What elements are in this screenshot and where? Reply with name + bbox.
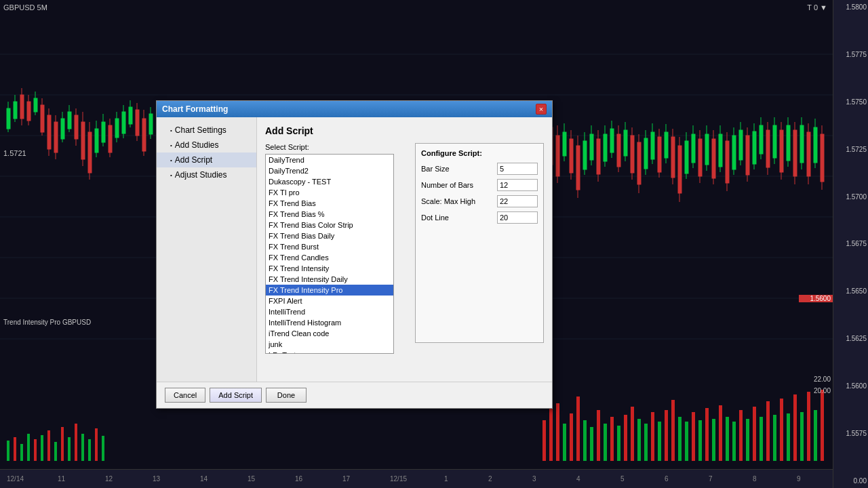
script-item-fxtrendbiasday[interactable]: FX Trend Bias Daily — [266, 230, 393, 241]
add-script-button[interactable]: Add Script — [210, 388, 262, 403]
script-item-junk[interactable]: junk — [266, 339, 393, 350]
script-item-fxti[interactable]: FX TI pro — [266, 187, 393, 198]
config-row-dotline: Dot Line — [421, 211, 538, 224]
configure-group: Configure Script: Bar Size Number of Bar… — [415, 143, 544, 343]
close-icon: × — [539, 105, 543, 113]
dialog-titlebar: Chart Formatting × — [157, 101, 552, 117]
nav-item-add-studies[interactable]: Add Studies — [157, 138, 256, 152]
config-label-barsize: Bar Size — [421, 165, 494, 173]
script-item-lrtest[interactable]: LR_Test — [266, 350, 393, 353]
script-list-container: DailyTrend DailyTrend2 Dukascopy - TEST … — [265, 154, 394, 354]
current-price-badge: 1.5600 — [799, 295, 833, 302]
nav-item-chart-settings-label: Chart Settings — [175, 125, 226, 135]
dialog-body: Chart Settings Add Studies Add Script Ad… — [157, 117, 552, 382]
cancel-button[interactable]: Cancel — [165, 388, 205, 403]
configure-title: Configure Script: — [421, 149, 538, 157]
config-input-numbars[interactable] — [497, 179, 538, 191]
configure-panel: Configure Script: Bar Size Number of Bar… — [415, 143, 544, 354]
script-item-fxtrendintensity[interactable]: FX Trend Intensity — [266, 263, 393, 274]
script-item-intellitrend[interactable]: IntelliTrend — [266, 306, 393, 317]
nav-item-add-script[interactable]: Add Script — [157, 152, 256, 167]
config-row-scalemaxhigh: Scale: Max High — [421, 195, 538, 207]
dialog-nav: Chart Settings Add Studies Add Script Ad… — [157, 117, 257, 382]
nav-item-adjust-studies[interactable]: Adjust Studies — [157, 167, 256, 182]
script-list[interactable]: DailyTrend DailyTrend2 Dukascopy - TEST … — [266, 155, 393, 353]
script-item-fxpialert[interactable]: FXPI Alert — [266, 296, 393, 306]
config-label-scalemaxhigh: Scale: Max High — [421, 197, 494, 205]
config-label-numbars: Number of Bars — [421, 181, 494, 189]
dialog-main-content: Add Script Select Script: DailyTrend Dai… — [257, 117, 552, 382]
config-row-numbars: Number of Bars — [421, 179, 538, 191]
script-item-dailytrend2[interactable]: DailyTrend2 — [266, 165, 393, 176]
config-input-barsize[interactable] — [497, 163, 538, 175]
dialog-close-button[interactable]: × — [536, 104, 547, 115]
config-label-dotline: Dot Line — [421, 214, 494, 222]
dialog-overlay: Chart Formatting × Chart Settings Add St… — [0, 0, 868, 488]
done-button[interactable]: Done — [266, 388, 307, 403]
script-item-fxtrendbiascolor[interactable]: FX Trend Bias Color Strip — [266, 220, 393, 230]
script-item-fxtrendburst[interactable]: FX Trend Burst — [266, 241, 393, 252]
config-input-scalemaxhigh[interactable] — [497, 195, 538, 207]
config-input-dotline[interactable] — [497, 211, 538, 224]
nav-item-chart-settings[interactable]: Chart Settings — [157, 123, 256, 138]
script-item-dukascopy[interactable]: Dukascopy - TEST — [266, 176, 393, 187]
chart-formatting-dialog: Chart Formatting × Chart Settings Add St… — [156, 100, 553, 409]
script-item-fxtrendintensitydaily[interactable]: FX Trend Intensity Daily — [266, 274, 393, 285]
nav-item-add-studies-label: Add Studies — [175, 140, 219, 150]
nav-item-add-script-label: Add Script — [175, 155, 212, 165]
dialog-footer: Cancel Add Script Done — [157, 382, 552, 408]
dialog-title: Chart Formatting — [162, 104, 228, 114]
section-title: Add Script — [265, 125, 544, 136]
script-item-fxtrendbias[interactable]: FX Trend Bias — [266, 198, 393, 209]
content-row: Select Script: DailyTrend DailyTrend2 Du… — [265, 143, 544, 354]
script-item-dailytrend[interactable]: DailyTrend — [266, 155, 393, 165]
script-item-intellitrendhist[interactable]: IntelliTrend Histogram — [266, 317, 393, 328]
script-item-itrendclean[interactable]: iTrend Clean code — [266, 328, 393, 339]
script-item-fxtrendcandles[interactable]: FX Trend Candles — [266, 252, 393, 263]
script-item-fxtrendintensitypro[interactable]: FX Trend Intensity Pro — [266, 285, 393, 296]
script-item-fxtrendbiaspct[interactable]: FX Trend Bias % — [266, 209, 393, 220]
nav-item-adjust-studies-label: Adjust Studies — [175, 170, 227, 180]
script-list-area: Select Script: DailyTrend DailyTrend2 Du… — [265, 143, 407, 354]
select-script-label: Select Script: — [265, 143, 407, 151]
config-row-barsize: Bar Size — [421, 163, 538, 175]
